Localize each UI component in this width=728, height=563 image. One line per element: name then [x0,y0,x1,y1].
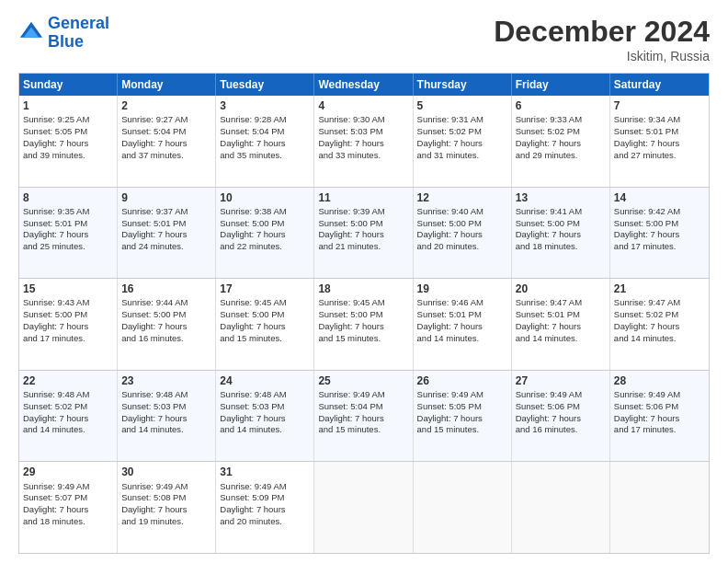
week-row-1: 1Sunrise: 9:25 AMSunset: 5:05 PMDaylight… [19,96,709,188]
calendar: Sunday Monday Tuesday Wednesday Thursday… [18,73,710,554]
cell-dec-12: 12Sunrise: 9:40 AMSunset: 5:00 PMDayligh… [414,188,512,279]
cell-empty-1 [314,462,413,553]
cell-dec-14: 14Sunrise: 9:42 AMSunset: 5:00 PMDayligh… [610,188,709,279]
cell-dec-28: 28Sunrise: 9:49 AMSunset: 5:06 PMDayligh… [610,371,709,462]
cell-dec-2: 2Sunrise: 9:27 AMSunset: 5:04 PMDaylight… [118,96,216,187]
week-row-2: 8Sunrise: 9:35 AMSunset: 5:01 PMDaylight… [19,188,709,280]
page: GeneralBlue December 2024 Iskitim, Russi… [0,0,728,563]
cell-empty-3 [512,462,610,553]
header-tuesday: Tuesday [216,74,314,96]
header-friday: Friday [512,74,610,96]
header-wednesday: Wednesday [314,74,413,96]
header-sunday: Sunday [19,74,118,96]
cell-dec-6: 6Sunrise: 9:33 AMSunset: 5:02 PMDaylight… [512,96,610,187]
cell-dec-18: 18Sunrise: 9:45 AMSunset: 5:00 PMDayligh… [314,279,413,370]
cell-dec-15: 15Sunrise: 9:43 AMSunset: 5:00 PMDayligh… [19,279,118,370]
cell-empty-2 [414,462,512,553]
cell-dec-20: 20Sunrise: 9:47 AMSunset: 5:01 PMDayligh… [512,279,610,370]
cell-dec-16: 16Sunrise: 9:44 AMSunset: 5:00 PMDayligh… [118,279,216,370]
header: GeneralBlue December 2024 Iskitim, Russi… [18,15,710,63]
title-block: December 2024 Iskitim, Russia [494,15,710,63]
cell-dec-30: 30Sunrise: 9:49 AMSunset: 5:08 PMDayligh… [118,462,216,553]
header-monday: Monday [118,74,216,96]
cell-dec-21: 21Sunrise: 9:47 AMSunset: 5:02 PMDayligh… [610,279,709,370]
logo-text: GeneralBlue [48,15,109,52]
week-row-5: 29Sunrise: 9:49 AMSunset: 5:07 PMDayligh… [19,462,709,553]
week-row-4: 22Sunrise: 9:48 AMSunset: 5:02 PMDayligh… [19,371,709,463]
week-row-3: 15Sunrise: 9:43 AMSunset: 5:00 PMDayligh… [19,279,709,371]
header-thursday: Thursday [414,74,512,96]
header-saturday: Saturday [610,74,709,96]
cell-dec-23: 23Sunrise: 9:48 AMSunset: 5:03 PMDayligh… [118,371,216,462]
calendar-body: 1Sunrise: 9:25 AMSunset: 5:05 PMDaylight… [19,96,709,553]
cell-dec-25: 25Sunrise: 9:49 AMSunset: 5:04 PMDayligh… [314,371,413,462]
logo: GeneralBlue [18,15,109,52]
cell-dec-3: 3Sunrise: 9:28 AMSunset: 5:04 PMDaylight… [216,96,314,187]
cell-dec-1: 1Sunrise: 9:25 AMSunset: 5:05 PMDaylight… [19,96,118,187]
logo-icon [18,20,44,46]
cell-dec-29: 29Sunrise: 9:49 AMSunset: 5:07 PMDayligh… [19,462,118,553]
cell-dec-26: 26Sunrise: 9:49 AMSunset: 5:05 PMDayligh… [414,371,512,462]
cell-dec-22: 22Sunrise: 9:48 AMSunset: 5:02 PMDayligh… [19,371,118,462]
subtitle: Iskitim, Russia [494,49,710,63]
cell-dec-4: 4Sunrise: 9:30 AMSunset: 5:03 PMDaylight… [314,96,413,187]
cell-dec-7: 7Sunrise: 9:34 AMSunset: 5:01 PMDaylight… [610,96,709,187]
cell-dec-31: 31Sunrise: 9:49 AMSunset: 5:09 PMDayligh… [216,462,314,553]
cell-dec-8: 8Sunrise: 9:35 AMSunset: 5:01 PMDaylight… [19,188,118,279]
cell-dec-9: 9Sunrise: 9:37 AMSunset: 5:01 PMDaylight… [118,188,216,279]
cell-dec-24: 24Sunrise: 9:48 AMSunset: 5:03 PMDayligh… [216,371,314,462]
cell-dec-13: 13Sunrise: 9:41 AMSunset: 5:00 PMDayligh… [512,188,610,279]
cell-dec-5: 5Sunrise: 9:31 AMSunset: 5:02 PMDaylight… [414,96,512,187]
calendar-header: Sunday Monday Tuesday Wednesday Thursday… [19,74,709,96]
cell-dec-17: 17Sunrise: 9:45 AMSunset: 5:00 PMDayligh… [216,279,314,370]
cell-dec-27: 27Sunrise: 9:49 AMSunset: 5:06 PMDayligh… [512,371,610,462]
cell-dec-10: 10Sunrise: 9:38 AMSunset: 5:00 PMDayligh… [216,188,314,279]
cell-empty-4 [610,462,709,553]
cell-dec-11: 11Sunrise: 9:39 AMSunset: 5:00 PMDayligh… [314,188,413,279]
cell-dec-19: 19Sunrise: 9:46 AMSunset: 5:01 PMDayligh… [414,279,512,370]
main-title: December 2024 [494,15,710,49]
